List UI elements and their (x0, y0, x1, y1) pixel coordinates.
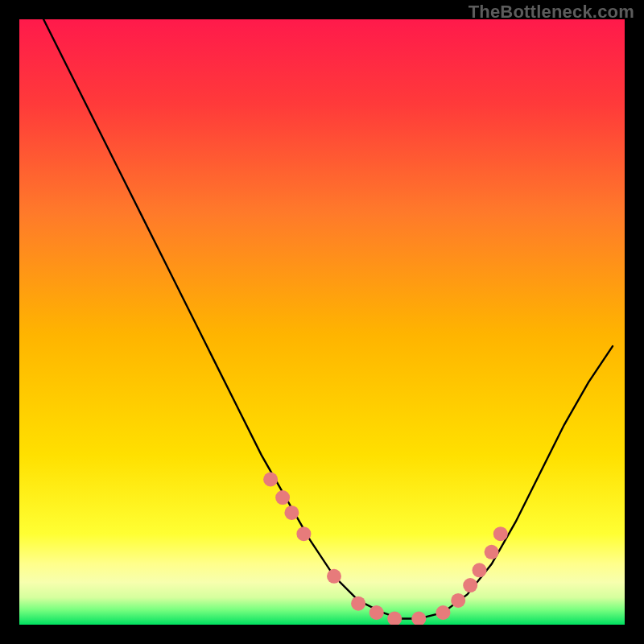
highlight-dot (485, 545, 499, 559)
chart-frame (19, 19, 625, 625)
highlight-dot (369, 605, 384, 620)
bottleneck-chart (19, 19, 625, 625)
highlight-dot (351, 597, 365, 611)
highlight-dot (284, 506, 299, 520)
highlight-dot (296, 526, 311, 541)
highlight-dot (451, 593, 465, 608)
highlight-dot (275, 490, 290, 505)
highlight-dot (493, 526, 508, 541)
highlight-dot (473, 563, 487, 577)
gradient-background (19, 19, 625, 625)
highlight-dot (463, 578, 477, 592)
watermark-text: TheBottleneck.com (469, 2, 634, 23)
highlight-dot (436, 605, 450, 620)
highlight-dot (263, 473, 278, 487)
highlight-dot (327, 569, 341, 584)
